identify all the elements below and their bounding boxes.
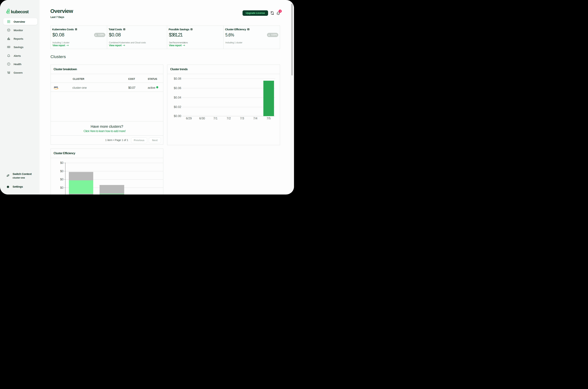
svg-text:$0.08: $0.08: [174, 77, 181, 80]
svg-text:$0: $0: [60, 178, 63, 181]
svg-text:7/1: 7/1: [213, 117, 218, 120]
svg-text:$0.02: $0.02: [174, 105, 181, 108]
svg-text:$0: $0: [60, 169, 63, 173]
svg-text:$0.00: $0.00: [174, 114, 181, 118]
svg-text:$0.04: $0.04: [174, 96, 181, 99]
svg-text:7/4: 7/4: [253, 117, 257, 120]
svg-text:$0.06: $0.06: [174, 86, 181, 90]
svg-text:7/2: 7/2: [226, 117, 231, 120]
svg-text:6/29: 6/29: [186, 117, 192, 120]
svg-text:$0: $0: [60, 161, 63, 164]
svg-text:7/3: 7/3: [240, 117, 244, 120]
svg-text:$0: $0: [60, 186, 63, 189]
svg-text:aws: aws: [54, 86, 58, 88]
svg-text:7/5: 7/5: [266, 117, 271, 120]
svg-text:6/30: 6/30: [199, 117, 205, 120]
